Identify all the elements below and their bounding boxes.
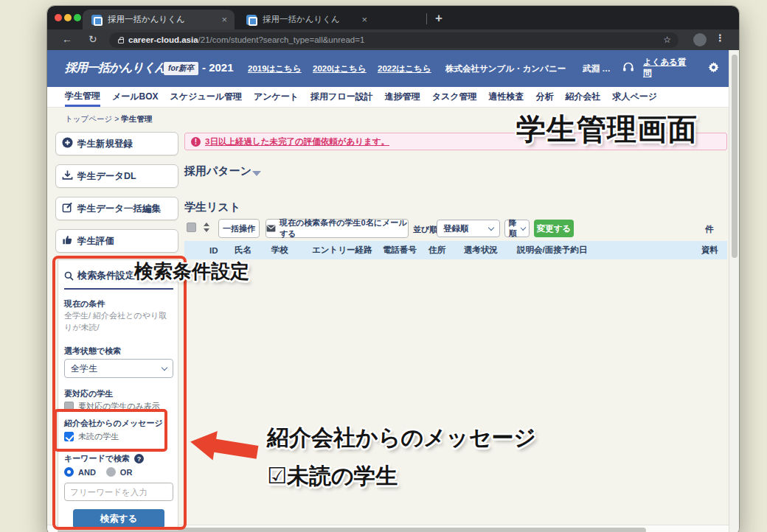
student-evaluation-button[interactable]: 学生評価 (55, 229, 178, 253)
column-header-name: 氏名 (230, 245, 267, 256)
mail-students-label: 現在の検索条件の学生0名にメールする (280, 217, 408, 239)
year-link-2019[interactable]: 2019はこちら (248, 63, 302, 74)
tab-title: 採用一括かんりくん (108, 14, 185, 25)
tab-inactive[interactable]: 採用一括かんりくん × (237, 10, 375, 29)
sort-order-label: 並び順 (413, 224, 437, 235)
app-logo-badge: for新卒 (164, 62, 198, 75)
envelope-icon (266, 225, 276, 232)
annotation-agency-message: 紹介会社からのメッセージ (267, 423, 536, 453)
bookmark-star-icon[interactable]: ☆ (663, 35, 671, 45)
bulk-action-label: 一括操作 (223, 223, 255, 234)
annotation-box-search-panel (52, 256, 187, 530)
user-name[interactable]: 武淵 … (583, 63, 611, 74)
column-header-school: 学校 (267, 245, 308, 256)
desktop-background: 採用一括かんりくん × 採用一括かんりくん × + ← ↻ career-clo… (0, 0, 767, 532)
vertical-scrollbar[interactable] (729, 50, 739, 532)
browser-menu-icon[interactable]: ⋮ (715, 32, 725, 43)
lock-icon (118, 39, 124, 43)
nav-item-mailbox[interactable]: メールBOX (112, 87, 159, 107)
new-student-button[interactable]: 学生新規登録 (55, 132, 178, 155)
apply-sort-label: 変更する (537, 223, 572, 234)
nav-item-progress[interactable]: 進捗管理 (385, 87, 420, 107)
edit-icon (62, 202, 73, 216)
year-label: - 2021 (202, 61, 234, 74)
tab-title: 採用一括かんりくん (263, 14, 340, 25)
apply-sort-button[interactable]: 変更する (534, 220, 574, 237)
maximize-window-button[interactable] (74, 14, 81, 21)
nav-item-survey[interactable]: アンケート (254, 87, 299, 107)
thumbs-up-icon (62, 234, 73, 248)
chevron-down-icon[interactable] (252, 171, 261, 176)
close-icon[interactable]: × (221, 15, 227, 24)
plus-circle-icon (62, 137, 73, 151)
alert-icon: ! (191, 137, 201, 147)
student-data-download-button[interactable]: 学生データDL (55, 164, 178, 188)
column-header-documents: 資料 (697, 245, 718, 256)
faq-link[interactable]: よくある質問 (643, 57, 690, 79)
url-path: /21/com/student?search_type=all&unread=1 (198, 35, 365, 44)
student-table-header: ID 氏名 学校 エントリー経路 電話番号 住所 選考状況 説明会/面接予約日 … (184, 241, 727, 259)
nav-item-students[interactable]: 学生管理 (65, 87, 100, 107)
tab-bar: 採用一括かんりくん × 採用一括かんりくん × + (47, 6, 739, 29)
alert-link[interactable]: 3日以上経過した未完了の評価依頼があります。 (205, 136, 389, 147)
annotation-screen-title: 学生管理画面 (516, 109, 698, 150)
sidebar-button-label: 学生データDL (77, 170, 136, 183)
nav-item-schedule[interactable]: スケジュール管理 (170, 87, 242, 107)
breadcrumb-current: 学生管理 (121, 114, 152, 123)
address-bar[interactable]: career-cloud.asia /21/com/student?search… (109, 32, 678, 48)
breadcrumb: トップページ > 学生管理 (65, 114, 152, 125)
profile-avatar[interactable] (693, 33, 707, 46)
sort-key-value: 登録順 (443, 223, 469, 234)
app-header: 採用一括かんりくん for新卒 - 2021 2019はこちら 2020はこちら… (47, 50, 729, 87)
result-count-unit: 件 (705, 224, 714, 235)
column-header-entry-route: エントリー経路 (308, 245, 378, 256)
app-favicon (91, 15, 102, 25)
bulk-action-button[interactable]: 一括操作 (218, 219, 260, 238)
browser-toolbar: ← ↻ career-cloud.asia /21/com/student?se… (47, 29, 739, 50)
chevron-down-icon (488, 224, 494, 230)
year-link-2020[interactable]: 2020はこちら (313, 63, 367, 74)
app-logo: 採用一括かんりくん (65, 60, 166, 76)
back-icon[interactable]: ← (62, 33, 72, 45)
mail-students-button[interactable]: 現在の検索条件の学生0名にメールする (266, 219, 409, 238)
nav-item-flow[interactable]: 採用フロー設計 (310, 87, 373, 107)
student-bulk-edit-button[interactable]: 学生データ一括編集 (55, 197, 178, 220)
vertical-scrollbar-thumb[interactable] (732, 55, 738, 258)
nav-item-jobpage[interactable]: 求人ページ (613, 87, 658, 107)
sort-arrows-icon[interactable] (204, 223, 209, 232)
nav-item-tasks[interactable]: タスク管理 (432, 87, 477, 107)
gear-icon[interactable] (708, 62, 719, 73)
column-header-id: ID (205, 246, 230, 255)
student-list-title: 学生リスト (184, 200, 240, 214)
annotation-box-unread-checkbox (54, 409, 167, 452)
main-nav: 学生管理 メールBOX スケジュール管理 アンケート 採用フロー設計 進捗管理 … (47, 87, 729, 108)
annotation-arrow-icon (187, 424, 261, 468)
column-header-phone: 電話番号 (378, 245, 424, 256)
column-header-status: 選考状況 (459, 245, 513, 256)
download-icon (62, 169, 73, 183)
sort-direction-select[interactable]: 降順 (504, 220, 530, 237)
close-window-button[interactable] (55, 14, 62, 21)
breadcrumb-home[interactable]: トップページ (65, 114, 112, 123)
annotation-search-settings: 検索条件設定 (134, 259, 249, 284)
sidebar-button-label: 学生データ一括編集 (77, 203, 161, 215)
select-all-checkbox[interactable] (187, 223, 196, 232)
new-tab-button[interactable]: + (435, 11, 442, 26)
support-headset-icon[interactable] (622, 61, 634, 73)
recruit-pattern-label[interactable]: 採用パターン (184, 164, 251, 178)
column-header-interview-date: 説明会/面接予約日 (513, 245, 697, 256)
tab-active[interactable]: 採用一括かんりくん × (83, 10, 235, 29)
sort-key-select[interactable]: 登録順 (437, 220, 500, 237)
sidebar-button-label: 学生新規登録 (77, 138, 133, 150)
nav-item-aptitude[interactable]: 適性検査 (489, 87, 524, 107)
nav-item-analysis[interactable]: 分析 (536, 87, 554, 107)
year-link-2022[interactable]: 2022はこちら (378, 63, 431, 74)
annotation-unread-students: ☑未読の学生 (267, 461, 398, 491)
company-name: 株式会社サンプル・カンパニー (445, 63, 566, 74)
nav-item-agencies[interactable]: 紹介会社 (566, 87, 601, 107)
reload-icon[interactable]: ↻ (88, 33, 97, 45)
minimize-window-button[interactable] (64, 14, 72, 21)
sidebar-button-label: 学生評価 (77, 235, 114, 248)
close-icon[interactable]: × (361, 15, 367, 24)
sort-direction-value: 降順 (509, 218, 521, 239)
